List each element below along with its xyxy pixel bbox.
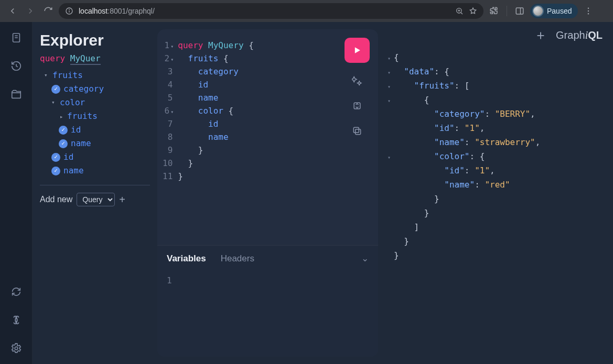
explorer-panel: Explorer query MyQuer ▾fruits ✓category … xyxy=(33,22,157,364)
browser-toolbar: localhost:8001/graphql/ Paused xyxy=(0,0,613,22)
forward-button[interactable] xyxy=(23,4,38,18)
query-editor-panel: 1▾2▾3 4 5 6▾7 8 9 10 11 query MyQuery { … xyxy=(157,29,378,357)
tab-headers[interactable]: Headers xyxy=(221,253,254,264)
tree-node-color-fruits[interactable]: ▾fruits xyxy=(40,109,150,123)
paused-label: Paused xyxy=(547,7,572,15)
svg-point-9 xyxy=(588,8,589,9)
avatar xyxy=(532,5,544,17)
tree-node-id[interactable]: ✓id xyxy=(40,150,150,164)
history-icon[interactable] xyxy=(9,59,24,73)
line-gutter: 1▾2▾3 4 5 6▾7 8 9 10 11 xyxy=(163,39,178,245)
result-header: GraphiQL xyxy=(386,29,603,41)
checked-icon: ✓ xyxy=(51,153,60,162)
tree-node-fruits[interactable]: ▾fruits xyxy=(40,69,150,82)
tree-node-name[interactable]: ✓name xyxy=(40,164,150,178)
add-new-select[interactable]: Query xyxy=(77,193,115,206)
variables-editor[interactable]: 1 xyxy=(167,275,369,285)
zoom-icon[interactable] xyxy=(455,7,464,15)
svg-rect-15 xyxy=(12,93,20,98)
tree-node-color-name[interactable]: ✓name xyxy=(40,137,150,150)
info-icon xyxy=(65,7,73,15)
svg-point-10 xyxy=(588,10,589,12)
shortcuts-icon[interactable] xyxy=(9,313,24,327)
code-lines: query MyQuery { fruits { category id nam… xyxy=(178,39,254,245)
back-button[interactable] xyxy=(5,4,20,18)
checked-icon: ✓ xyxy=(59,139,68,148)
divider xyxy=(507,6,507,16)
menu-button[interactable] xyxy=(581,4,596,18)
svg-point-16 xyxy=(15,347,18,350)
checked-icon: ✓ xyxy=(51,167,60,175)
result-panel: GraphiQL ▾{▾ "data": {▾ "fruits": [▾ { "… xyxy=(378,22,613,364)
explorer-title: Explorer xyxy=(40,31,150,49)
graphiql-app: Explorer query MyQuer ▾fruits ✓category … xyxy=(0,22,613,364)
address-bar[interactable]: localhost:8001/graphql/ xyxy=(59,3,483,19)
reload-button[interactable] xyxy=(41,4,56,18)
tree-node-category[interactable]: ✓category xyxy=(40,82,150,96)
refetch-icon[interactable] xyxy=(9,284,24,299)
side-panel-button[interactable] xyxy=(512,4,527,18)
divider xyxy=(40,185,150,185)
add-new-row: Add new Query + xyxy=(40,193,150,206)
left-rail xyxy=(0,22,33,364)
explorer-icon[interactable] xyxy=(9,87,24,102)
svg-point-2 xyxy=(69,9,70,10)
graphiql-logo: GraphiQL xyxy=(556,29,603,41)
star-icon[interactable] xyxy=(469,7,477,15)
svg-rect-18 xyxy=(356,129,361,135)
prettify-icon[interactable] xyxy=(350,73,364,88)
result-viewer[interactable]: ▾{▾ "data": {▾ "fruits": [▾ { "category"… xyxy=(386,51,603,263)
copy-icon[interactable] xyxy=(350,124,364,138)
query-name-input[interactable]: MyQuer xyxy=(70,53,101,65)
add-new-button[interactable]: + xyxy=(119,194,125,206)
variables-tabs: Variables Headers ⌄ xyxy=(167,253,369,264)
tab-variables[interactable]: Variables xyxy=(167,253,206,264)
svg-rect-19 xyxy=(353,127,359,133)
new-tab-button[interactable] xyxy=(535,30,546,41)
svg-rect-7 xyxy=(516,8,523,14)
merge-icon[interactable] xyxy=(350,98,364,113)
editor-toolbar xyxy=(345,38,370,138)
svg-line-4 xyxy=(461,13,463,14)
checked-icon: ✓ xyxy=(59,126,68,135)
explorer-tree: ▾fruits ✓category ▾color ▾fruits ✓id ✓na… xyxy=(40,69,150,178)
variables-panel: Variables Headers ⌄ 1 xyxy=(157,245,378,357)
chevron-down-icon[interactable]: ⌄ xyxy=(361,253,369,264)
checked-icon: ✓ xyxy=(51,85,60,94)
docs-icon[interactable] xyxy=(9,30,24,45)
tree-node-color-id[interactable]: ✓id xyxy=(40,123,150,137)
url-text: localhost:8001/graphql/ xyxy=(79,7,155,15)
tree-node-color[interactable]: ▾color xyxy=(40,96,150,109)
settings-icon[interactable] xyxy=(9,341,24,356)
browser-window: localhost:8001/graphql/ Paused Explorer xyxy=(0,0,613,364)
svg-point-11 xyxy=(588,13,589,14)
add-new-label: Add new xyxy=(40,195,72,204)
profile-paused-chip[interactable]: Paused xyxy=(530,4,578,18)
editor-column: 1▾2▾3 4 5 6▾7 8 9 10 11 query MyQuery { … xyxy=(157,22,378,364)
query-label: query MyQuer xyxy=(40,53,150,63)
extensions-button[interactable] xyxy=(487,4,501,18)
execute-button[interactable] xyxy=(345,38,370,63)
